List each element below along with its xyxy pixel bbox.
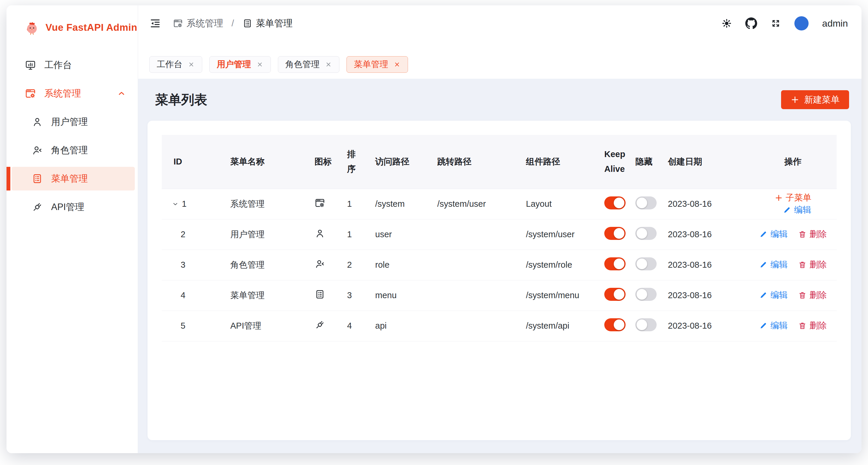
page-title: 菜单列表	[155, 91, 207, 109]
keepalive-toggle[interactable]	[604, 196, 626, 209]
expand-row-icon[interactable]	[172, 201, 179, 208]
cell-created: 2023-08-16	[662, 311, 749, 341]
add-submenu-button[interactable]: 子菜单	[775, 192, 811, 204]
cell-order: 1	[341, 189, 369, 219]
menu-icon	[242, 18, 252, 28]
api-icon	[315, 319, 325, 330]
top-header: 系统管理 / 菜单管理 admin	[138, 5, 862, 41]
edit-button[interactable]: 编辑	[783, 204, 811, 216]
sidebar-item-label: 系统管理	[44, 87, 81, 100]
table-row: 1 系统管理 1 /system /system/user Layout 202…	[162, 189, 837, 219]
sidebar-item-menus[interactable]: 菜单管理	[11, 167, 135, 191]
tab-users[interactable]: 用户管理	[209, 56, 271, 73]
delete-button[interactable]: 删除	[798, 259, 827, 271]
hidden-toggle[interactable]	[635, 318, 657, 331]
column-redirect: 跳转路径	[431, 135, 520, 189]
tab-label: 菜单管理	[354, 59, 388, 70]
tab-label: 用户管理	[217, 59, 251, 70]
create-menu-label: 新建菜单	[804, 94, 840, 106]
close-icon[interactable]	[325, 61, 332, 68]
cell-path: api	[369, 311, 431, 341]
cell-component: /system/menu	[520, 280, 601, 311]
edit-button[interactable]: 编辑	[759, 259, 787, 271]
breadcrumb-label: 菜单管理	[256, 17, 293, 30]
edit-button[interactable]: 编辑	[759, 289, 787, 301]
cell-name: API管理	[224, 311, 309, 341]
column-id: ID	[162, 135, 224, 189]
cell-component: /system/role	[520, 250, 601, 280]
create-menu-button[interactable]: 新建菜单	[781, 90, 849, 109]
breadcrumb-separator: /	[231, 18, 234, 29]
cell-component: /system/user	[520, 219, 601, 250]
keepalive-toggle[interactable]	[604, 227, 626, 240]
breadcrumb-item-system[interactable]: 系统管理	[173, 17, 223, 30]
close-icon[interactable]	[188, 61, 195, 68]
fullscreen-icon[interactable]	[771, 18, 781, 28]
app-title: Vue FastAPI Admin	[45, 22, 137, 33]
cell-created: 2023-08-16	[662, 219, 749, 250]
tab-label: 角色管理	[285, 59, 319, 70]
hidden-toggle[interactable]	[635, 196, 657, 209]
sidebar-item-roles[interactable]: 角色管理	[11, 139, 135, 162]
table-header-row: ID 菜单名称 图标 排序 访问路径 跳转路径 组件路径 KeepAlive 隐…	[162, 135, 837, 189]
cell-created: 2023-08-16	[662, 189, 749, 219]
cell-order: 1	[341, 219, 369, 250]
pencil-icon	[783, 206, 791, 214]
delete-button[interactable]: 删除	[798, 228, 827, 240]
keepalive-toggle[interactable]	[604, 318, 626, 331]
theme-toggle-icon[interactable]	[722, 18, 732, 28]
tab-workbench[interactable]: 工作台	[149, 56, 202, 73]
cell-id: 3	[162, 250, 224, 280]
cell-name: 菜单管理	[224, 280, 309, 311]
user-icon	[315, 228, 325, 239]
breadcrumb-label: 系统管理	[187, 17, 223, 30]
plus-icon	[775, 194, 783, 202]
hidden-toggle[interactable]	[635, 288, 657, 301]
table-card: ID 菜单名称 图标 排序 访问路径 跳转路径 组件路径 KeepAlive 隐…	[148, 121, 851, 440]
sidebar-item-api[interactable]: API管理	[11, 195, 135, 219]
breadcrumb-item-menus[interactable]: 菜单管理	[242, 17, 293, 30]
hidden-toggle[interactable]	[635, 227, 657, 240]
column-name: 菜单名称	[224, 135, 309, 189]
username[interactable]: admin	[822, 18, 848, 29]
sidebar-item-workbench[interactable]: 工作台	[11, 53, 135, 77]
hidden-toggle[interactable]	[635, 257, 657, 270]
collapse-sidebar-icon[interactable]	[149, 18, 161, 29]
close-icon[interactable]	[394, 61, 401, 68]
page-header: 菜单列表 新建菜单	[148, 79, 851, 121]
app-logo[interactable]: Vue FastAPI Admin	[6, 18, 138, 37]
cell-component: /system/api	[520, 311, 601, 341]
cell-redirect	[431, 250, 520, 280]
keepalive-toggle[interactable]	[604, 288, 626, 301]
sidebar-item-label: 菜单管理	[51, 172, 88, 185]
cell-id: 5	[162, 311, 224, 341]
avatar[interactable]	[795, 16, 809, 30]
close-icon[interactable]	[256, 61, 264, 68]
table-row: 4 菜单管理 3 menu /system/menu 2023-08-16 编	[162, 280, 837, 311]
github-icon[interactable]	[745, 18, 757, 29]
column-order: 排序	[341, 135, 369, 189]
delete-button[interactable]: 删除	[798, 289, 827, 301]
cell-id: 1	[182, 199, 187, 208]
sidebar-menu: 工作台 系统管理 用户管理 角色管理 菜单管理 API管理	[6, 53, 138, 224]
user-icon	[32, 116, 43, 127]
trash-icon	[798, 230, 807, 238]
sidebar-item-system[interactable]: 系统管理	[11, 82, 135, 105]
trash-icon	[798, 261, 807, 269]
column-hidden: 隐藏	[632, 135, 662, 189]
keepalive-toggle[interactable]	[604, 257, 626, 270]
tab-roles[interactable]: 角色管理	[278, 56, 339, 73]
system-icon	[173, 18, 183, 28]
trash-icon	[798, 291, 807, 299]
sidebar-item-users[interactable]: 用户管理	[11, 110, 135, 134]
delete-button[interactable]: 删除	[798, 320, 827, 331]
sidebar-item-label: API管理	[51, 201, 84, 213]
edit-button[interactable]: 编辑	[759, 228, 787, 240]
cell-redirect	[431, 311, 520, 341]
cell-order: 3	[341, 280, 369, 311]
table-row: 2 用户管理 1 user /system/user 2023-08-16 编	[162, 219, 837, 250]
chevron-up-icon	[117, 89, 126, 98]
edit-button[interactable]: 编辑	[759, 320, 787, 331]
tab-menus[interactable]: 菜单管理	[346, 56, 408, 73]
cell-order: 4	[341, 311, 369, 341]
